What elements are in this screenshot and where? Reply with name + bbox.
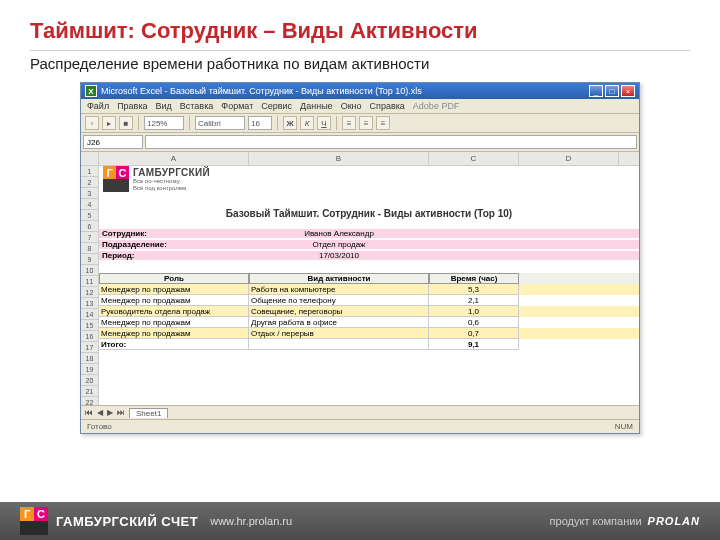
formula-bar[interactable] bbox=[145, 135, 637, 149]
total-value: 9,1 bbox=[429, 339, 519, 350]
menu-help[interactable]: Справка bbox=[370, 101, 405, 111]
table-row: Менеджер по продажам Общение по телефону… bbox=[99, 295, 639, 306]
report-logo: ГС ГАМБУРГСКИЙ Все по-честному. Всё под … bbox=[103, 166, 210, 192]
col-a[interactable]: A bbox=[99, 152, 249, 165]
hdr-activity: Вид активности bbox=[249, 273, 429, 284]
cell-time: 0,6 bbox=[429, 317, 519, 328]
new-icon[interactable]: ▫ bbox=[85, 116, 99, 130]
footer-logo: ГС bbox=[20, 507, 48, 535]
cell-activity: Общение по телефону bbox=[249, 295, 429, 306]
cell-time: 0,7 bbox=[429, 328, 519, 339]
col-headers: A B C D bbox=[99, 152, 639, 166]
report-title: Базовый Таймшит. Сотрудник - Виды активн… bbox=[99, 208, 639, 219]
menu-file[interactable]: Файл bbox=[87, 101, 109, 111]
slide-title: Таймшит: Сотрудник – Виды Активности bbox=[30, 18, 690, 44]
footer-logo-c: С bbox=[34, 507, 48, 521]
employee-value: Иванов Александр bbox=[249, 229, 429, 238]
fontsize-box[interactable]: 16 bbox=[248, 116, 272, 130]
table-total-row: Итого: 9,1 bbox=[99, 339, 639, 350]
col-d[interactable]: D bbox=[519, 152, 619, 165]
menu-adobe[interactable]: Adobe PDF bbox=[413, 101, 460, 111]
italic-icon[interactable]: К bbox=[300, 116, 314, 130]
open-icon[interactable]: ▸ bbox=[102, 116, 116, 130]
align-center-icon[interactable]: ≡ bbox=[359, 116, 373, 130]
table-row: Руководитель отдела продаж Совещание, пе… bbox=[99, 306, 639, 317]
logo-line1: Все по-честному. bbox=[133, 178, 210, 185]
worksheet[interactable]: 12345 678910 1112131415 1617181920 21222… bbox=[81, 152, 639, 405]
maximize-button[interactable]: □ bbox=[605, 85, 619, 97]
excel-window: X Microsoft Excel - Базовый таймшит. Сот… bbox=[80, 82, 640, 434]
footer-brand: ГАМБУРГСКИЙ СЧЕТ bbox=[56, 514, 198, 529]
window-titlebar[interactable]: X Microsoft Excel - Базовый таймшит. Сот… bbox=[81, 83, 639, 99]
menu-insert[interactable]: Вставка bbox=[180, 101, 213, 111]
col-b[interactable]: B bbox=[249, 152, 429, 165]
name-box[interactable]: J26 bbox=[83, 135, 143, 149]
footer-product-of: продукт компании bbox=[550, 515, 642, 527]
dept-value: Отдел продаж bbox=[249, 240, 429, 249]
hdr-time: Время (час) bbox=[429, 273, 519, 284]
status-ready: Готово bbox=[87, 422, 112, 431]
zoom-box[interactable]: 125% bbox=[144, 116, 184, 130]
tab-nav-prev-icon[interactable]: ◀ bbox=[97, 408, 103, 417]
table-row: Менеджер по продажам Работа на компьютер… bbox=[99, 284, 639, 295]
menu-data[interactable]: Данные bbox=[300, 101, 333, 111]
close-button[interactable]: × bbox=[621, 85, 635, 97]
underline-icon[interactable]: Ч bbox=[317, 116, 331, 130]
slide-subtitle: Распределение времени работника по видам… bbox=[30, 50, 690, 72]
window-title: Microsoft Excel - Базовый таймшит. Сотру… bbox=[101, 86, 589, 96]
status-bar: Готово NUM bbox=[81, 419, 639, 433]
dept-label: Подразделение: bbox=[99, 240, 249, 249]
cell-time: 1,0 bbox=[429, 306, 519, 317]
cell-time: 5,3 bbox=[429, 284, 519, 295]
table-row: Менеджер по продажам Отдых / перерыв 0,7 bbox=[99, 328, 639, 339]
align-left-icon[interactable]: ≡ bbox=[342, 116, 356, 130]
minimize-button[interactable]: _ bbox=[589, 85, 603, 97]
cell-activity: Работа на компьютере bbox=[249, 284, 429, 295]
menu-tools[interactable]: Сервис bbox=[261, 101, 292, 111]
menu-view[interactable]: Вид bbox=[156, 101, 172, 111]
cell-time: 2,1 bbox=[429, 295, 519, 306]
align-right-icon[interactable]: ≡ bbox=[376, 116, 390, 130]
cell-activity: Совещание, переговоры bbox=[249, 306, 429, 317]
cell-role: Менеджер по продажам bbox=[99, 317, 249, 328]
cell-role: Менеджер по продажам bbox=[99, 295, 249, 306]
slide-footer: ГС ГАМБУРГСКИЙ СЧЕТ www.hr.prolan.ru про… bbox=[0, 502, 720, 540]
logo-c: С bbox=[116, 166, 129, 179]
menu-window[interactable]: Окно bbox=[341, 101, 362, 111]
grid-area[interactable]: A B C D ГС ГАМБУРГСКИЙ Все по-честному. … bbox=[99, 152, 639, 405]
table-row: Менеджер по продажам Другая работа в офи… bbox=[99, 317, 639, 328]
cell-role: Менеджер по продажам bbox=[99, 328, 249, 339]
cell-activity: Отдых / перерыв bbox=[249, 328, 429, 339]
tab-nav-last-icon[interactable]: ⏭ bbox=[117, 408, 125, 417]
period-value: 17/03/2010 bbox=[249, 251, 429, 260]
table-header-row: Роль Вид активности Время (час) bbox=[99, 273, 639, 284]
menu-format[interactable]: Формат bbox=[221, 101, 253, 111]
logo-brand: ГАМБУРГСКИЙ bbox=[133, 167, 210, 178]
col-c[interactable]: C bbox=[429, 152, 519, 165]
menu-bar: Файл Правка Вид Вставка Формат Сервис Да… bbox=[81, 99, 639, 114]
cell-activity: Другая работа в офисе bbox=[249, 317, 429, 328]
toolbar-main: ▫ ▸ ■ 125% Calibri 16 Ж К Ч ≡ ≡ ≡ bbox=[81, 114, 639, 133]
formula-bar-row: J26 bbox=[81, 133, 639, 152]
tab-nav-first-icon[interactable]: ⏮ bbox=[85, 408, 93, 417]
footer-company: PROLAN bbox=[648, 515, 700, 527]
sheet-tab[interactable]: Sheet1 bbox=[129, 408, 168, 418]
font-box[interactable]: Calibri bbox=[195, 116, 245, 130]
excel-icon: X bbox=[85, 85, 97, 97]
footer-logo-g: Г bbox=[20, 507, 34, 521]
sheet-tab-strip: ⏮ ◀ ▶ ⏭ Sheet1 bbox=[81, 405, 639, 419]
employee-label: Сотрудник: bbox=[99, 229, 249, 238]
cell-role: Руководитель отдела продаж bbox=[99, 306, 249, 317]
total-label: Итого: bbox=[99, 339, 249, 350]
logo-g: Г bbox=[103, 166, 116, 179]
menu-edit[interactable]: Правка bbox=[117, 101, 147, 111]
footer-url: www.hr.prolan.ru bbox=[210, 515, 292, 527]
logo-line2: Всё под контролем. bbox=[133, 185, 210, 192]
status-num: NUM bbox=[615, 422, 633, 431]
save-icon[interactable]: ■ bbox=[119, 116, 133, 130]
period-label: Период: bbox=[99, 251, 249, 260]
bold-icon[interactable]: Ж bbox=[283, 116, 297, 130]
tab-nav-next-icon[interactable]: ▶ bbox=[107, 408, 113, 417]
cell-role: Менеджер по продажам bbox=[99, 284, 249, 295]
hdr-role: Роль bbox=[99, 273, 249, 284]
